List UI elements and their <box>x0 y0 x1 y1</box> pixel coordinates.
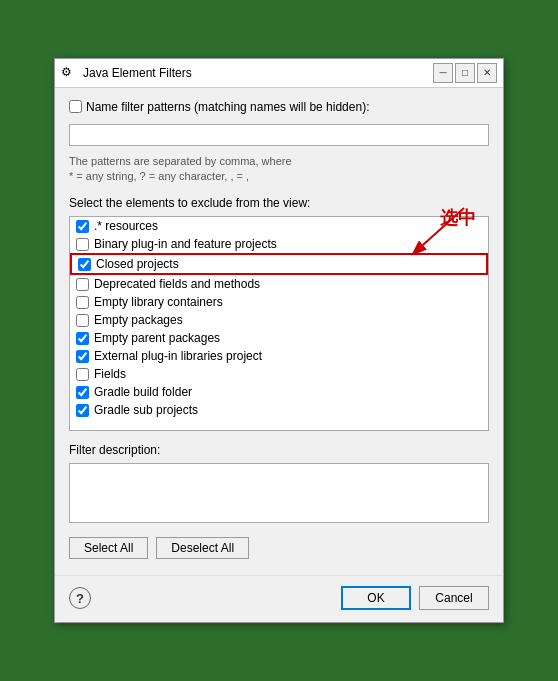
list-item-label: Fields <box>94 367 126 381</box>
list-item-label: Gradle sub projects <box>94 403 198 417</box>
list-item[interactable]: Closed projects <box>70 253 488 275</box>
name-filter-input[interactable] <box>69 124 489 146</box>
list-item-label: Deprecated fields and methods <box>94 277 260 291</box>
list-item[interactable]: Empty parent packages <box>70 329 488 347</box>
name-filter-label[interactable]: Name filter patterns (matching names wil… <box>69 100 369 114</box>
hint-text: The patterns are separated by comma, whe… <box>69 154 489 185</box>
dialog-icon: ⚙ <box>61 65 77 81</box>
list-item-checkbox[interactable] <box>76 332 89 345</box>
close-button[interactable]: ✕ <box>477 63 497 83</box>
list-item-label: Gradle build folder <box>94 385 192 399</box>
dialog-title: Java Element Filters <box>83 66 192 80</box>
name-filter-checkbox[interactable] <box>69 100 82 113</box>
deselect-all-button[interactable]: Deselect All <box>156 537 249 559</box>
dialog-wrapper: ⚙ Java Element Filters ─ □ ✕ Name filter… <box>54 58 504 624</box>
select-all-button[interactable]: Select All <box>69 537 148 559</box>
list-item-label: Empty library containers <box>94 295 223 309</box>
list-item[interactable]: Binary plug-in and feature projects <box>70 235 488 253</box>
list-item-label: Binary plug-in and feature projects <box>94 237 277 251</box>
list-item[interactable]: Empty library containers <box>70 293 488 311</box>
list-item[interactable]: Gradle sub projects <box>70 401 488 419</box>
ok-button[interactable]: OK <box>341 586 411 610</box>
list-item-label: Closed projects <box>96 257 179 271</box>
maximize-button[interactable]: □ <box>455 63 475 83</box>
list-item[interactable]: Fields <box>70 365 488 383</box>
cancel-button[interactable]: Cancel <box>419 586 489 610</box>
list-item-checkbox[interactable] <box>76 296 89 309</box>
list-item-checkbox[interactable] <box>76 350 89 363</box>
list-item-checkbox[interactable] <box>76 386 89 399</box>
title-buttons: ─ □ ✕ <box>433 63 497 83</box>
title-bar: ⚙ Java Element Filters ─ □ ✕ <box>55 59 503 88</box>
list-item[interactable]: .* resources <box>70 217 488 235</box>
name-filter-row: Name filter patterns (matching names wil… <box>69 100 489 114</box>
list-item-label: .* resources <box>94 219 158 233</box>
select-buttons-row: Select All Deselect All <box>69 537 489 559</box>
list-item[interactable]: External plug-in libraries project <box>70 347 488 365</box>
elements-section-label: Select the elements to exclude from the … <box>69 196 489 210</box>
title-bar-left: ⚙ Java Element Filters <box>61 65 192 81</box>
filter-desc-box <box>69 463 489 523</box>
list-item[interactable]: Empty packages <box>70 311 488 329</box>
filter-desc-label: Filter description: <box>69 443 489 457</box>
list-item-checkbox[interactable] <box>76 404 89 417</box>
list-item-checkbox[interactable] <box>76 368 89 381</box>
list-item[interactable]: Gradle build folder <box>70 383 488 401</box>
bottom-buttons: OK Cancel <box>341 586 489 610</box>
java-element-filters-dialog: ⚙ Java Element Filters ─ □ ✕ Name filter… <box>54 58 504 624</box>
list-item-checkbox[interactable] <box>76 314 89 327</box>
list-item-label: Empty packages <box>94 313 183 327</box>
list-item-checkbox[interactable] <box>76 238 89 251</box>
list-item-checkbox[interactable] <box>76 278 89 291</box>
list-item[interactable]: Deprecated fields and methods <box>70 275 488 293</box>
dialog-body: Name filter patterns (matching names wil… <box>55 88 503 570</box>
list-item-label: External plug-in libraries project <box>94 349 262 363</box>
list-item-label: Empty parent packages <box>94 331 220 345</box>
help-button[interactable]: ? <box>69 587 91 609</box>
bottom-bar: ? OK Cancel <box>55 575 503 622</box>
list-item-checkbox[interactable] <box>78 258 91 271</box>
list-item-checkbox[interactable] <box>76 220 89 233</box>
filter-items-list[interactable]: .* resourcesBinary plug-in and feature p… <box>69 216 489 431</box>
minimize-button[interactable]: ─ <box>433 63 453 83</box>
